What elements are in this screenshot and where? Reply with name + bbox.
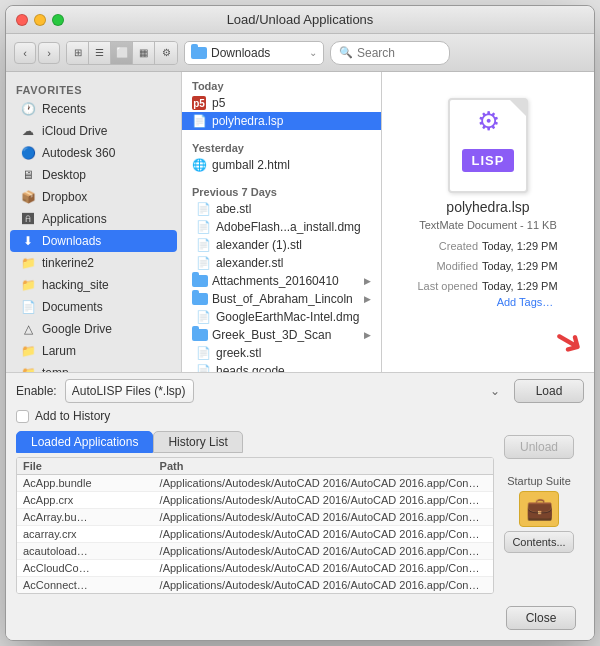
temp-icon: 📁	[20, 365, 36, 372]
search-input[interactable]	[357, 46, 437, 60]
file-name: alexander.stl	[216, 256, 283, 270]
sidebar-item-applications[interactable]: 🅰 Applications	[10, 208, 177, 230]
sidebar-label: Desktop	[42, 168, 86, 182]
close-button[interactable]	[16, 14, 28, 26]
forward-button[interactable]: ›	[38, 42, 60, 64]
downloads-icon: ⬇	[20, 233, 36, 249]
cell-path: /Applications/Autodesk/AutoCAD 2016/Auto…	[154, 560, 493, 577]
view-coverflow-btn[interactable]: ▦	[133, 42, 155, 64]
file-icon: 📄	[196, 364, 210, 372]
cell-path: /Applications/Autodesk/AutoCAD 2016/Auto…	[154, 577, 493, 594]
cell-path: /Applications/Autodesk/AutoCAD 2016/Auto…	[154, 475, 493, 492]
sidebar: Favorites 🕐 Recents ☁ iCloud Drive 🔵 Aut…	[6, 72, 182, 372]
list-item[interactable]: 📄 heads.gcode	[182, 362, 381, 372]
sidebar-item-recents[interactable]: 🕐 Recents	[10, 98, 177, 120]
sidebar-item-downloads[interactable]: ⬇ Downloads	[10, 230, 177, 252]
last-opened-label: Last opened	[408, 277, 478, 297]
enable-row: Enable: AutoLISP Files (*.lsp) Load	[16, 379, 584, 403]
unload-button[interactable]: Unload	[504, 435, 574, 459]
sidebar-item-larum[interactable]: 📁 Larum	[10, 340, 177, 362]
list-item[interactable]: 📄 GoogleEarthMac-Intel.dmg	[182, 308, 381, 326]
list-item[interactable]: 📄 abe.stl	[182, 200, 381, 218]
preview-area: ⚙ LISP polyhedra.lsp TextMate Document -…	[382, 72, 594, 372]
sidebar-item-tinkerine[interactable]: 📁 tinkerine2	[10, 252, 177, 274]
list-item[interactable]: 📄 greek.stl	[182, 344, 381, 362]
arrow-indicator: ➜	[546, 315, 593, 366]
table-row[interactable]: AcArray.bu… /Applications/Autodesk/AutoC…	[17, 509, 493, 526]
table-row[interactable]: AcCloudCo… /Applications/Autodesk/AutoCA…	[17, 560, 493, 577]
add-history-checkbox[interactable]	[16, 410, 29, 423]
col-path: Path	[154, 458, 493, 475]
view-share-btn[interactable]: ⚙	[155, 42, 177, 64]
tabs-row: Loaded Applications History List	[16, 431, 494, 453]
sidebar-item-hacking[interactable]: 📁 hacking_site	[10, 274, 177, 296]
file-name: GoogleEarthMac-Intel.dmg	[216, 310, 359, 324]
polyhedra-icon: 📄	[192, 114, 206, 128]
add-history-label: Add to History	[35, 409, 110, 423]
tab-loaded-applications[interactable]: Loaded Applications	[16, 431, 153, 453]
toolbar: ‹ › ⊞ ☰ ⬜ ▦ ⚙ Downloads ⌄ 🔍	[6, 34, 594, 72]
folder-item[interactable]: Greek_Bust_3D_Scan ▶	[182, 326, 381, 344]
file-name: gumball 2.html	[212, 158, 290, 172]
maximize-button[interactable]	[52, 14, 64, 26]
modified-value: Today, 1:29 PM	[482, 257, 558, 277]
file-icon: 📄	[196, 220, 210, 234]
table-row[interactable]: acarray.crx /Applications/Autodesk/AutoC…	[17, 526, 493, 543]
sidebar-item-documents[interactable]: 📄 Documents	[10, 296, 177, 318]
sidebar-label: Downloads	[42, 234, 101, 248]
enable-label: Enable:	[16, 384, 57, 398]
minimize-button[interactable]	[34, 14, 46, 26]
back-button[interactable]: ‹	[14, 42, 36, 64]
enable-select[interactable]: AutoLISP Files (*.lsp)	[65, 379, 194, 403]
tab-history-list[interactable]: History List	[153, 431, 242, 453]
folder-item[interactable]: Bust_of_Abraham_Lincoln ▶	[182, 290, 381, 308]
table-row[interactable]: acautoload… /Applications/Autodesk/AutoC…	[17, 543, 493, 560]
cell-file: acarray.crx	[17, 526, 154, 543]
sidebar-label: Recents	[42, 102, 86, 116]
file-item-polyhedra[interactable]: 📄 polyhedra.lsp	[182, 112, 381, 130]
sidebar-label: tinkerine2	[42, 256, 94, 270]
location-bar[interactable]: Downloads ⌄	[184, 41, 324, 65]
bottom-panel: Enable: AutoLISP Files (*.lsp) Load Add …	[6, 372, 594, 640]
file-name: alexander (1).stl	[216, 238, 302, 252]
contents-button[interactable]: Contents...	[504, 531, 574, 553]
add-tags-link[interactable]: Add Tags…	[423, 296, 554, 308]
applications-icon: 🅰	[20, 211, 36, 227]
load-button[interactable]: Load	[514, 379, 584, 403]
folder-item[interactable]: Attachments_20160410 ▶	[182, 272, 381, 290]
file-item-gumball[interactable]: 🌐 gumball 2.html	[182, 156, 381, 174]
list-item[interactable]: 📄 alexander.stl	[182, 254, 381, 272]
file-item-p5[interactable]: p5 p5	[182, 94, 381, 112]
desktop-icon: 🖥	[20, 167, 36, 183]
list-item[interactable]: 📄 AdobeFlash...a_install.dmg	[182, 218, 381, 236]
sidebar-label: Dropbox	[42, 190, 87, 204]
hacking-icon: 📁	[20, 277, 36, 293]
folder-icon	[192, 329, 208, 341]
location-chevron-icon: ⌄	[309, 47, 317, 58]
view-list-btn[interactable]: ☰	[89, 42, 111, 64]
sidebar-item-google-drive[interactable]: △ Google Drive	[10, 318, 177, 340]
table-row[interactable]: AcApp.bundle /Applications/Autodesk/Auto…	[17, 475, 493, 492]
search-icon: 🔍	[339, 46, 353, 59]
file-name: polyhedra.lsp	[212, 114, 283, 128]
table-row[interactable]: AcApp.crx /Applications/Autodesk/AutoCAD…	[17, 492, 493, 509]
view-column-btn[interactable]: ⬜	[111, 42, 133, 64]
cell-path: /Applications/Autodesk/AutoCAD 2016/Auto…	[154, 543, 493, 560]
autodesk-icon: 🔵	[20, 145, 36, 161]
search-box[interactable]: 🔍	[330, 41, 450, 65]
sidebar-item-temp[interactable]: 📁 temp	[10, 362, 177, 372]
folder-icon	[192, 275, 208, 287]
close-button[interactable]: Close	[506, 606, 576, 630]
sidebar-item-dropbox[interactable]: 📦 Dropbox	[10, 186, 177, 208]
enable-select-wrapper: AutoLISP Files (*.lsp)	[65, 379, 506, 403]
sidebar-item-icloud[interactable]: ☁ iCloud Drive	[10, 120, 177, 142]
google-drive-icon: △	[20, 321, 36, 337]
sidebar-item-autodesk[interactable]: 🔵 Autodesk 360	[10, 142, 177, 164]
table-row[interactable]: AcConnect… /Applications/Autodesk/AutoCA…	[17, 577, 493, 594]
sidebar-label: hacking_site	[42, 278, 109, 292]
file-name: AdobeFlash...a_install.dmg	[216, 220, 361, 234]
bottom-right: Unload Startup Suite 💼 Contents...	[494, 431, 584, 598]
view-icon-btn[interactable]: ⊞	[67, 42, 89, 64]
sidebar-item-desktop[interactable]: 🖥 Desktop	[10, 164, 177, 186]
list-item[interactable]: 📄 alexander (1).stl	[182, 236, 381, 254]
